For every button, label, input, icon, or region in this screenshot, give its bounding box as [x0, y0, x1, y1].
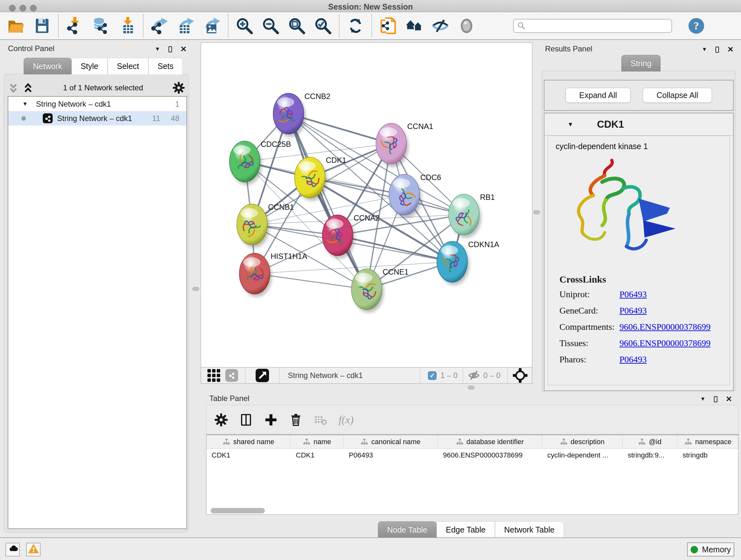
tab-style[interactable]: Style — [71, 58, 108, 74]
tab-network-table[interactable]: Network Table — [495, 521, 564, 538]
table-column-header-row: shared namenamecanonical namedatabase id… — [206, 435, 738, 449]
network-collection-row[interactable]: ▼ String Network – cdk1 1 — [8, 97, 186, 111]
search-input[interactable] — [513, 19, 672, 33]
open-in-window-icon[interactable] — [256, 369, 269, 382]
export-table-icon[interactable] — [177, 17, 195, 35]
crosslink-link[interactable]: 9606.ENSP00000378699 — [619, 338, 711, 348]
fit-selected-crosshair-icon[interactable] — [513, 368, 528, 383]
delete-column-icon[interactable] — [289, 413, 303, 427]
node-cdkn1a[interactable]: CDKN1A — [437, 240, 499, 285]
node-hist1h1a[interactable]: HIST1H1A — [239, 252, 307, 297]
expand-all-button[interactable]: Expand All — [565, 88, 630, 103]
float-panel-icon[interactable] — [714, 396, 718, 402]
float-panel-icon[interactable] — [716, 47, 719, 53]
column-header-name[interactable]: name — [291, 435, 344, 448]
zoom-out-icon[interactable] — [262, 17, 280, 35]
expand-all-icon[interactable] — [22, 82, 34, 94]
table-horizontal-scrollbar[interactable] — [211, 508, 265, 513]
tab-node-table[interactable]: Node Table — [378, 521, 436, 538]
tab-select[interactable]: Select — [108, 58, 148, 74]
gene-header-row[interactable]: ▼ CDK1 — [544, 113, 733, 136]
close-panel-icon[interactable]: ✕ — [180, 45, 187, 54]
collapse-all-button[interactable]: Collapse All — [643, 88, 712, 103]
svg-text:?: ? — [694, 20, 699, 32]
table-cell[interactable]: cyclin-dependent ... — [542, 449, 623, 462]
import-table-icon[interactable] — [118, 17, 136, 35]
open-session-icon[interactable] — [7, 17, 25, 35]
left-splitter-handle[interactable] — [192, 287, 199, 291]
node-ccna1[interactable]: CCNA1 — [376, 122, 433, 167]
copy-network-icon[interactable] — [379, 17, 397, 35]
node-cdc6[interactable]: CDC6 — [389, 173, 441, 218]
show-graphics-icon[interactable] — [458, 17, 475, 35]
selected-checkbox[interactable]: ✓ — [428, 371, 436, 380]
node-label: CDK1 — [326, 156, 346, 165]
collapse-panel-icon[interactable]: ▼ — [155, 46, 160, 52]
tab-sets[interactable]: Sets — [148, 58, 183, 74]
table-cell[interactable]: 9606.ENSP00000378699 — [438, 449, 542, 462]
collapse-panel-icon[interactable]: ▼ — [702, 46, 707, 53]
cloud-button[interactable] — [5, 543, 20, 557]
node-rb1[interactable]: RB1 — [449, 193, 495, 238]
zoom-fit-icon[interactable] — [288, 17, 306, 35]
import-network-database-icon[interactable] — [92, 17, 110, 35]
gene-expander-icon[interactable]: ▼ — [567, 121, 574, 128]
right-splitter-handle[interactable] — [533, 210, 540, 214]
table-options-gear-icon[interactable] — [214, 413, 228, 427]
birds-eye-grid-icon[interactable] — [207, 369, 220, 382]
homes-icon[interactable] — [405, 17, 423, 35]
column-header-description[interactable]: description — [542, 435, 623, 448]
crosslink-link[interactable]: 9606.ENSP00000378699 — [619, 322, 711, 332]
close-panel-icon[interactable]: ✕ — [726, 395, 732, 403]
collapse-panel-icon[interactable]: ▼ — [700, 396, 705, 402]
table-row[interactable]: CDK1CDK1P064939606.ENSP00000378699cyclin… — [206, 449, 738, 462]
tree-expander-icon[interactable]: ▼ — [22, 101, 28, 107]
zoom-selected-icon[interactable] — [314, 17, 332, 35]
close-panel-icon[interactable]: ✕ — [727, 45, 734, 54]
table-cell[interactable]: CDK1 — [291, 449, 344, 462]
crosslink-label: GeneCard: — [559, 306, 619, 316]
network-row[interactable]: String Network – cdk1 11 48 — [8, 111, 186, 125]
float-panel-icon[interactable] — [169, 46, 172, 52]
node-ccnb1[interactable]: CCNB1 — [237, 203, 294, 248]
table-cell[interactable]: P06493 — [344, 449, 438, 462]
edge-ccnb2-ccne1[interactable] — [288, 114, 367, 289]
column-header-canonical-name[interactable]: canonical name — [344, 435, 438, 448]
network-canvas[interactable]: CCNB2 CCNA1 CDC25B CDK1 CDC6 RB1 CCNB1 C… — [201, 43, 532, 367]
table-cell[interactable]: CDK1 — [206, 449, 291, 462]
export-network-icon[interactable] — [151, 17, 169, 35]
export-image-icon[interactable] — [203, 17, 221, 35]
import-network-icon[interactable] — [66, 17, 84, 35]
hidden-eye-icon[interactable] — [468, 369, 480, 382]
help-icon[interactable]: ? — [687, 17, 705, 35]
show-columns-icon[interactable] — [239, 413, 253, 427]
crosslink-link[interactable]: P06493 — [619, 354, 647, 365]
node-ccnb2[interactable]: CCNB2 — [273, 92, 330, 137]
zoom-in-icon[interactable] — [235, 17, 253, 35]
tab-network[interactable]: Network — [23, 58, 71, 74]
add-column-icon[interactable] — [264, 413, 278, 427]
memory-button[interactable]: Memory — [687, 543, 734, 557]
node-ccna2[interactable]: CCNA2 — [322, 213, 380, 259]
network-options-gear-icon[interactable] — [172, 81, 185, 94]
refresh-icon[interactable] — [347, 17, 364, 35]
column-header-namespace[interactable]: namespace — [677, 435, 738, 448]
tab-edge-table[interactable]: Edge Table — [436, 521, 495, 538]
network-view-toolbar: String Network – cdk1 ✓ 1 – 0 0 – 0 — [201, 367, 532, 384]
warnings-button[interactable] — [26, 543, 41, 557]
column-header-database-identifier[interactable]: database identifier — [438, 435, 542, 448]
column-header-shared-name[interactable]: shared name — [206, 435, 291, 448]
hide-graphics-icon[interactable] — [431, 17, 449, 35]
column-header-id[interactable]: @id — [623, 435, 677, 448]
horizontal-splitter-handle[interactable] — [468, 386, 475, 389]
collapse-all-icon[interactable] — [8, 82, 19, 94]
network-share-icon[interactable] — [225, 369, 238, 382]
tab-string[interactable]: String — [621, 55, 661, 71]
crosslink-link[interactable]: P06493 — [619, 306, 647, 316]
table-cell[interactable]: stringdb:9... — [623, 449, 677, 462]
crosslink-label: Compartments: — [559, 322, 619, 332]
node-ccne1[interactable]: CCNE1 — [351, 267, 408, 313]
table-cell[interactable]: stringdb — [677, 449, 738, 462]
crosslink-link[interactable]: P06493 — [619, 289, 647, 300]
save-session-icon[interactable] — [33, 17, 51, 35]
